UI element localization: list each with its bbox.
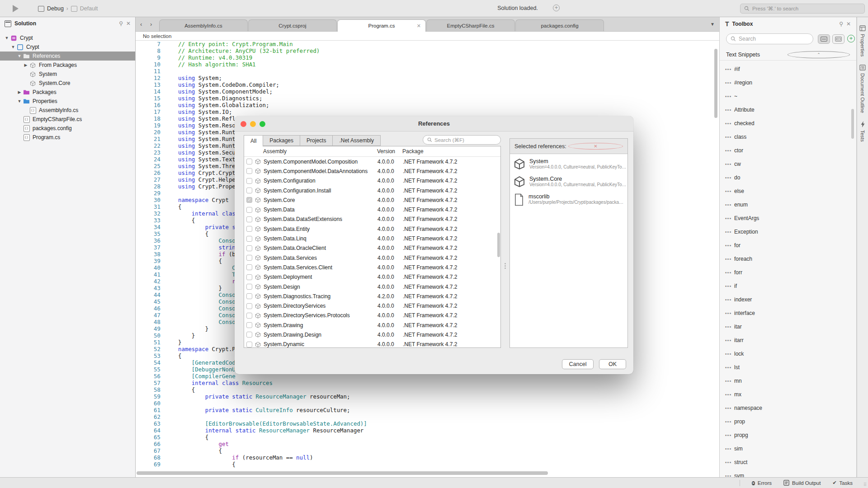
expander-icon[interactable]: ▼	[10, 45, 16, 49]
assembly-list-scrollbar[interactable]	[497, 233, 500, 257]
assembly-checkbox[interactable]	[246, 168, 252, 174]
expander-icon[interactable]: ▶	[16, 90, 23, 94]
code-line[interactable]: 66 get	[136, 441, 710, 447]
assembly-checkbox[interactable]	[246, 207, 252, 213]
sidebar-item-program-cs[interactable]: {}Program.cs	[0, 133, 135, 142]
snippet-itarr[interactable]: •••itarr	[720, 333, 856, 347]
assembly-checkbox[interactable]	[246, 313, 252, 319]
snippet-mx[interactable]: •••mx	[720, 388, 856, 401]
snippet-for[interactable]: •••for	[720, 239, 856, 252]
snippet-indexer[interactable]: •••indexer	[720, 293, 856, 306]
sidebar-item-system[interactable]: System	[0, 70, 135, 79]
assembly-checkbox[interactable]	[246, 293, 252, 299]
snippet-ctor[interactable]: •••ctor	[720, 144, 856, 157]
resize-grip[interactable]: ⠿	[863, 482, 867, 487]
assembly-checkbox[interactable]	[246, 284, 252, 290]
assembly-row[interactable]: System.Configuration.Install4.0.0.0.NET …	[244, 186, 500, 195]
tab-assemblyinfo-cs[interactable]: AssemblyInfo.cs	[159, 19, 248, 31]
code-line[interactable]: 68 if (resourceMan == null)	[136, 454, 710, 461]
assembly-row[interactable]: System.Data.Linq4.0.0.0.NET Framework 4.…	[244, 234, 500, 243]
configuration-breadcrumb[interactable]: Debug › Default	[38, 5, 98, 13]
assembly-row[interactable]: System.Data4.0.0.0.NET Framework 4.7.2	[244, 205, 500, 214]
snippet-itar[interactable]: •••itar	[720, 320, 856, 333]
code-line[interactable]: 10// Hash algorithm: SHA1	[136, 61, 710, 68]
assembly-row[interactable]: System.Deployment4.0.0.0.NET Framework 4…	[244, 272, 500, 282]
sidebar-item-from-packages[interactable]: ▶From Packages	[0, 61, 135, 70]
code-line[interactable]: 59 private static ResourceManager resour…	[136, 393, 710, 400]
global-search-input[interactable]: Press '⌘.' to search	[740, 4, 865, 14]
code-line[interactable]: 62	[136, 413, 710, 420]
snippet-cw[interactable]: •••cw	[720, 157, 856, 171]
editor-horizontal-scrollbar[interactable]	[136, 471, 719, 475]
assembly-row[interactable]: System.DirectoryServices.Protocols4.0.0.…	[244, 311, 500, 320]
snippet--if[interactable]: •••#if	[720, 62, 856, 76]
selected-reference-item[interactable]: mscorlib/Users/purple/Projects/Crypt/pac…	[510, 189, 627, 208]
tab-packages-config[interactable]: packages.config	[515, 19, 604, 31]
snippet-lst[interactable]: •••lst	[720, 361, 856, 374]
close-icon[interactable]: ✕	[126, 20, 131, 27]
sidebar-item-packages-config[interactable]: {}packages.config	[0, 124, 135, 133]
snippet-sim[interactable]: •••sim	[720, 442, 856, 455]
assembly-row[interactable]: System.ComponentModel.Composition4.0.0.0…	[244, 157, 500, 166]
snippet-class[interactable]: •••class	[720, 130, 856, 144]
code-line[interactable]: 61 private static CultureInfo resourceCu…	[136, 407, 710, 413]
expander-icon[interactable]: ▼	[4, 36, 10, 40]
assembly-row[interactable]: System.Diagnostics.Tracing4.2.0.0.NET Fr…	[244, 291, 500, 301]
statusbar-tasks[interactable]: ✔Tasks	[832, 480, 853, 486]
code-line[interactable]: 67 {	[136, 447, 710, 454]
version-column-header[interactable]: Version	[377, 148, 402, 155]
assembly-checkbox[interactable]	[246, 322, 252, 328]
assembly-checkbox[interactable]	[246, 236, 252, 242]
sidebar-item-packages[interactable]: ▶Packages	[0, 88, 135, 97]
code-line[interactable]: 11	[136, 68, 710, 75]
assembly-list-header[interactable]: Assembly Version Package	[244, 146, 500, 157]
assembly-checkbox[interactable]	[246, 188, 252, 193]
snippet-do[interactable]: •••do	[720, 171, 856, 184]
code-line[interactable]: 60	[136, 400, 710, 407]
text-snippets-section-header[interactable]: Text Snippets ⌃	[720, 49, 856, 61]
assembly-row[interactable]: System.Data.DataSetExtensions4.0.0.0.NET…	[244, 215, 500, 224]
expander-icon[interactable]: ▼	[16, 54, 23, 58]
sidebar-item-properties[interactable]: ▼Properties	[0, 97, 135, 106]
sidebar-item-emptycsharpfile-cs[interactable]: {}EmptyCSharpFile.cs	[0, 115, 135, 124]
detail-view-icon[interactable]	[832, 34, 844, 44]
assembly-row[interactable]: System.Data.Services.Client4.0.0.0.NET F…	[244, 263, 500, 272]
dialog-tab--net-assembly[interactable]: .Net Assembly	[333, 135, 381, 146]
dialog-tab-projects[interactable]: Projects	[300, 135, 333, 146]
assembly-checkbox[interactable]	[246, 245, 252, 251]
snippet-foreach[interactable]: •••foreach	[720, 252, 856, 266]
nav-forward-icon[interactable]: ›	[150, 21, 152, 28]
code-line[interactable]: 64 internal static ResourceManager Resou…	[136, 427, 710, 434]
dialog-splitter-handle[interactable]	[505, 263, 506, 269]
code-line[interactable]: 12using System;	[136, 75, 710, 81]
assembly-checkbox[interactable]	[246, 274, 252, 280]
dialog-tab-packages[interactable]: Packages	[263, 135, 300, 146]
dock-tab-properties[interactable]: Properties	[857, 25, 868, 56]
code-line[interactable]: 57 internal class Resources	[136, 380, 710, 386]
code-line[interactable]: 58 {	[136, 386, 710, 393]
pin-icon[interactable]: ⚲	[839, 21, 843, 27]
assembly-checkbox[interactable]	[246, 255, 252, 261]
snippet-forr[interactable]: •••forr	[720, 266, 856, 279]
snippet-namespace[interactable]: •••namespace	[720, 401, 856, 415]
editor-horizontal-scrollbar-thumb[interactable]	[137, 471, 548, 475]
code-line[interactable]: 7// Entry point: Crypt.Program.Main	[136, 41, 710, 47]
assembly-row[interactable]: System.Dynamic4.0.0.0.NET Framework 4.7.…	[244, 340, 500, 348]
assembly-column-header[interactable]: Assembly	[263, 148, 377, 155]
close-icon[interactable]: ✕	[846, 21, 851, 27]
sidebar-item-system-core[interactable]: System.Core	[0, 79, 135, 88]
assembly-checkbox[interactable]: ✓	[246, 197, 252, 203]
code-line[interactable]: 15using System.Diagnostics;	[136, 95, 710, 102]
assembly-row[interactable]: System.ComponentModel.DataAnnotations4.0…	[244, 166, 500, 176]
sidebar-item-crypt[interactable]: ▼Crypt	[0, 42, 135, 52]
toolbox-scrollbar[interactable]	[851, 109, 854, 139]
selected-reference-item[interactable]: SystemVersion=4.0.0.0, Culture=neutral, …	[510, 154, 627, 172]
assembly-row[interactable]: System.DirectoryServices4.0.0.0.NET Fram…	[244, 301, 500, 310]
package-column-header[interactable]: Package	[402, 148, 500, 155]
selected-reference-item[interactable]: System.CoreVersion=4.0.0.0, Culture=neut…	[510, 172, 627, 189]
list-view-icon[interactable]	[818, 34, 830, 44]
assembly-checkbox[interactable]	[246, 178, 252, 184]
editor-vertical-scrollbar[interactable]	[714, 49, 717, 118]
tab-list-dropdown-icon[interactable]: ▼	[710, 22, 715, 27]
assembly-row[interactable]: System.Design4.0.0.0.NET Framework 4.7.2	[244, 282, 500, 291]
